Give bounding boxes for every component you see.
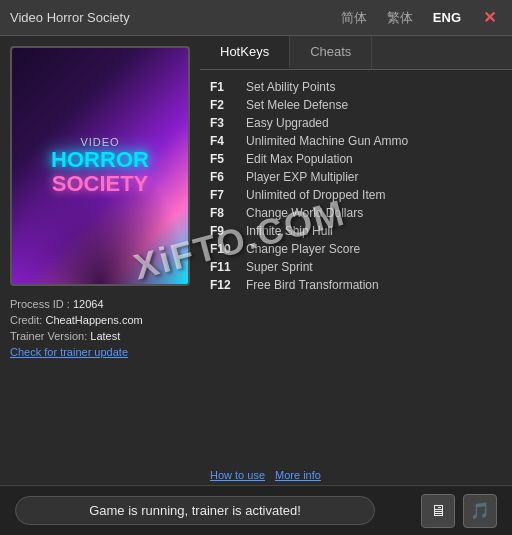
- cheat-key: F6: [210, 170, 246, 184]
- trainer-version-value: Latest: [90, 330, 120, 342]
- cheat-item: F2Set Melee Defense: [210, 96, 502, 114]
- cheat-item: F10Change Player Score: [210, 240, 502, 258]
- cheat-name: Player EXP Multiplier: [246, 170, 359, 184]
- cheat-item: F12Free Bird Transformation: [210, 276, 502, 294]
- tab-cheats[interactable]: Cheats: [290, 36, 372, 69]
- tab-bar: HotKeys Cheats: [200, 36, 512, 70]
- tab-hotkeys[interactable]: HotKeys: [200, 36, 290, 69]
- check-update-link[interactable]: Check for trainer update: [10, 346, 128, 358]
- cheat-item: F1Set Ability Points: [210, 78, 502, 96]
- game-title-line2: HORROR: [51, 148, 149, 172]
- cheat-key: F5: [210, 152, 246, 166]
- cheat-key: F2: [210, 98, 246, 112]
- process-id-label: Process ID :: [10, 298, 70, 310]
- cheat-key: F10: [210, 242, 246, 256]
- monitor-icon: 🖥: [430, 502, 446, 520]
- cheat-key: F11: [210, 260, 246, 274]
- credit-line: Credit: CheatHappens.com: [10, 314, 190, 326]
- cheat-name: Change Player Score: [246, 242, 360, 256]
- trainer-version-label: Trainer Version:: [10, 330, 87, 342]
- cheat-key: F12: [210, 278, 246, 292]
- close-button[interactable]: ✕: [477, 6, 502, 29]
- cheat-key: F8: [210, 206, 246, 220]
- cheat-name: Infinite Ship Hull: [246, 224, 333, 238]
- game-title-line1: VIDEO: [51, 136, 149, 148]
- cheat-name: Edit Max Population: [246, 152, 353, 166]
- lang-traditional[interactable]: 繁体: [383, 7, 417, 29]
- trainer-version-line: Trainer Version: Latest: [10, 330, 190, 342]
- title-bar-controls: 简体 繁体 ENG ✕: [337, 6, 502, 29]
- cheat-item: F5Edit Max Population: [210, 150, 502, 168]
- check-update-line[interactable]: Check for trainer update: [10, 346, 190, 358]
- cheat-item: F11Super Sprint: [210, 258, 502, 276]
- cheat-key: F4: [210, 134, 246, 148]
- cheat-item: F4Unlimited Machine Gun Ammo: [210, 132, 502, 150]
- cheat-name: Unlimited Machine Gun Ammo: [246, 134, 408, 148]
- game-title-overlay: VIDEO HORROR SOCIETY: [51, 136, 149, 196]
- game-cover-image: VIDEO HORROR SOCIETY: [10, 46, 190, 286]
- app-title: Video Horror Society: [10, 10, 130, 25]
- lang-simplified[interactable]: 简体: [337, 7, 371, 29]
- cheat-key: F1: [210, 80, 246, 94]
- cheat-name: Change World Dollars: [246, 206, 363, 220]
- cheat-key: F3: [210, 116, 246, 130]
- cheat-item: F7Unlimited of Dropped Item: [210, 186, 502, 204]
- cheat-name: Easy Upgraded: [246, 116, 329, 130]
- process-info: Process ID : 12064 Credit: CheatHappens.…: [10, 298, 190, 358]
- music-icon: 🎵: [470, 501, 490, 520]
- music-icon-button[interactable]: 🎵: [463, 494, 497, 528]
- cheat-item: F9Infinite Ship Hull: [210, 222, 502, 240]
- credit-label: Credit:: [10, 314, 42, 326]
- game-title-line3: SOCIETY: [51, 172, 149, 196]
- right-panel: HotKeys Cheats F1Set Ability PointsF2Set…: [200, 36, 512, 485]
- status-message: Game is running, trainer is activated!: [15, 496, 375, 525]
- cheat-key: F9: [210, 224, 246, 238]
- cheat-key: F7: [210, 188, 246, 202]
- info-row: How to use More info: [200, 465, 512, 485]
- cheat-name: Set Melee Defense: [246, 98, 348, 112]
- cheat-name: Unlimited of Dropped Item: [246, 188, 385, 202]
- cheats-list: F1Set Ability PointsF2Set Melee DefenseF…: [200, 70, 512, 465]
- how-to-use-link[interactable]: How to use: [210, 469, 265, 481]
- cheat-item: F8Change World Dollars: [210, 204, 502, 222]
- title-bar: Video Horror Society 简体 繁体 ENG ✕: [0, 0, 512, 36]
- cheat-name: Free Bird Transformation: [246, 278, 379, 292]
- left-panel: VIDEO HORROR SOCIETY Process ID : 12064 …: [0, 36, 200, 485]
- cheat-item: F6Player EXP Multiplier: [210, 168, 502, 186]
- monitor-icon-button[interactable]: 🖥: [421, 494, 455, 528]
- status-icons: 🖥 🎵: [421, 494, 497, 528]
- more-info-link[interactable]: More info: [275, 469, 321, 481]
- cheat-name: Set Ability Points: [246, 80, 335, 94]
- lang-english[interactable]: ENG: [429, 8, 465, 27]
- main-content: VIDEO HORROR SOCIETY Process ID : 12064 …: [0, 36, 512, 485]
- process-id-line: Process ID : 12064: [10, 298, 190, 310]
- cheat-item: F3Easy Upgraded: [210, 114, 502, 132]
- process-id-value: 12064: [73, 298, 104, 310]
- credit-value: CheatHappens.com: [45, 314, 142, 326]
- cheat-name: Super Sprint: [246, 260, 313, 274]
- status-bar: Game is running, trainer is activated! 🖥…: [0, 485, 512, 535]
